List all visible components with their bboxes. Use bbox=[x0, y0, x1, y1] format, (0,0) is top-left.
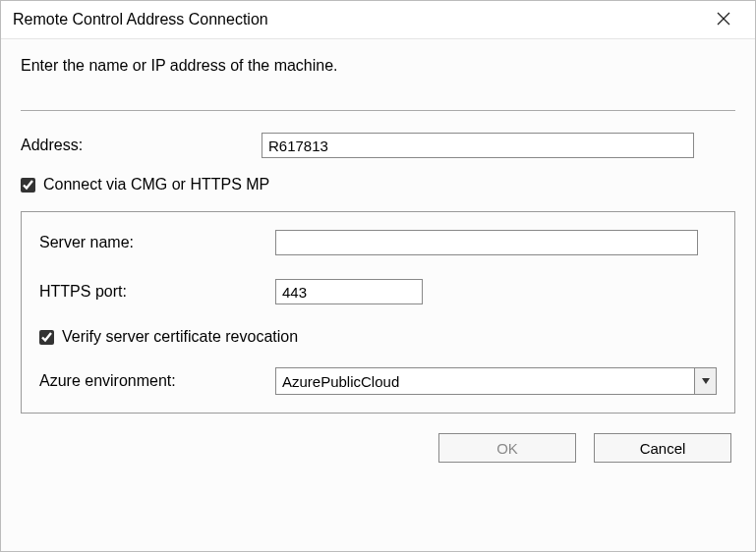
ok-button[interactable]: OK bbox=[438, 433, 576, 463]
dialog-content: Enter the name or IP address of the mach… bbox=[1, 39, 755, 551]
azure-env-select-wrap: AzurePublicCloud bbox=[275, 367, 717, 395]
close-button[interactable] bbox=[704, 7, 743, 32]
verify-revocation-row[interactable]: Verify server certificate revocation bbox=[39, 328, 717, 346]
azure-env-select[interactable]: AzurePublicCloud bbox=[275, 367, 717, 395]
https-port-row: HTTPS port: bbox=[39, 279, 717, 304]
address-label: Address: bbox=[21, 137, 262, 154]
divider bbox=[21, 110, 735, 111]
verify-revocation-label: Verify server certificate revocation bbox=[62, 328, 298, 346]
https-port-input[interactable] bbox=[275, 279, 423, 304]
connection-group: Server name: HTTPS port: Verify server c… bbox=[21, 211, 735, 414]
address-input[interactable] bbox=[262, 133, 694, 158]
window-title: Remote Control Address Connection bbox=[13, 11, 268, 28]
connect-via-label: Connect via CMG or HTTPS MP bbox=[43, 176, 269, 193]
close-icon bbox=[717, 12, 730, 28]
titlebar: Remote Control Address Connection bbox=[1, 1, 755, 39]
server-name-input[interactable] bbox=[275, 230, 698, 255]
verify-revocation-checkbox[interactable] bbox=[39, 330, 54, 345]
address-row: Address: bbox=[21, 133, 735, 158]
button-bar: OK Cancel bbox=[21, 433, 735, 463]
instruction-text: Enter the name or IP address of the mach… bbox=[21, 57, 735, 75]
server-name-row: Server name: bbox=[39, 230, 717, 255]
connect-via-row[interactable]: Connect via CMG or HTTPS MP bbox=[21, 176, 735, 193]
server-name-label: Server name: bbox=[39, 234, 275, 251]
https-port-label: HTTPS port: bbox=[39, 283, 275, 301]
azure-env-label: Azure environment: bbox=[39, 372, 275, 390]
dialog-window: Remote Control Address Connection Enter … bbox=[0, 0, 756, 552]
connect-via-checkbox[interactable] bbox=[21, 178, 35, 193]
cancel-button[interactable]: Cancel bbox=[594, 433, 731, 463]
azure-env-row: Azure environment: AzurePublicCloud bbox=[39, 367, 717, 395]
